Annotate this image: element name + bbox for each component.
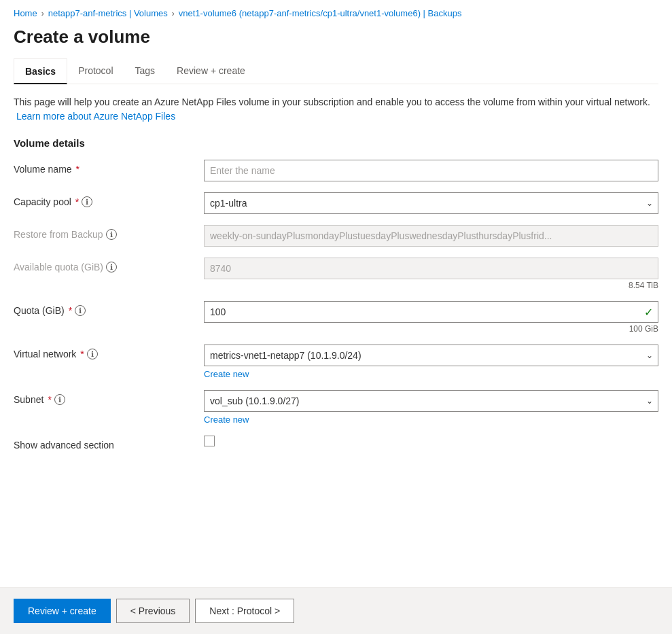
show-advanced-label: Show advanced section — [14, 436, 204, 451]
footer-bar: Review + create < Previous Next : Protoc… — [0, 587, 672, 634]
virtual-network-row: Virtual network * ℹ metrics-vnet1-netapp… — [14, 345, 658, 379]
capacity-pool-select-wrapper: cp1-ultra ⌄ — [204, 192, 658, 214]
quota-input[interactable] — [204, 301, 658, 323]
capacity-pool-row: Capacity pool * ℹ cp1-ultra ⌄ — [14, 192, 658, 214]
subnet-create-new-link[interactable]: Create new — [204, 415, 658, 425]
restore-backup-input — [204, 225, 658, 247]
breadcrumb-sep-2: › — [172, 9, 175, 18]
capacity-pool-select[interactable]: cp1-ultra — [204, 192, 658, 214]
subnet-control: vol_sub (10.1.9.0/27) ⌄ Create new — [204, 390, 658, 425]
restore-backup-control — [204, 225, 658, 247]
previous-button[interactable]: < Previous — [116, 599, 190, 623]
show-advanced-checkbox-wrapper — [204, 436, 658, 446]
restore-backup-info-icon[interactable]: ℹ — [106, 229, 117, 240]
available-quota-row: Available quota (GiB) ℹ 8.54 TiB — [14, 258, 658, 290]
tab-review-create[interactable]: Review + create — [166, 58, 256, 84]
volume-name-control — [204, 160, 658, 181]
review-create-button[interactable]: Review + create — [14, 599, 111, 623]
description-text: This page will help you create an Azure … — [14, 96, 650, 107]
show-advanced-checkbox[interactable] — [204, 436, 215, 446]
learn-more-link[interactable]: Learn more about Azure NetApp Files — [16, 111, 175, 122]
volume-name-required: * — [76, 164, 79, 175]
show-advanced-row: Show advanced section — [14, 436, 658, 451]
quota-label: Quota (GiB) * ℹ — [14, 301, 204, 316]
breadcrumb-volumes[interactable]: netapp7-anf-metrics | Volumes — [48, 8, 168, 18]
virtual-network-info-icon[interactable]: ℹ — [87, 349, 98, 359]
volume-name-label: Volume name * — [14, 160, 204, 175]
tab-bar: Basics Protocol Tags Review + create — [14, 58, 658, 84]
page-title: Create a volume — [0, 24, 672, 58]
capacity-pool-control: cp1-ultra ⌄ — [204, 192, 658, 214]
tab-basics[interactable]: Basics — [14, 58, 67, 84]
breadcrumb-backups[interactable]: vnet1-volume6 (netapp7-anf-metrics/cp1-u… — [179, 8, 462, 18]
quota-input-wrapper: ✓ — [204, 301, 658, 323]
show-advanced-control — [204, 436, 658, 446]
volume-details-section-title: Volume details — [14, 137, 658, 149]
main-content: Basics Protocol Tags Review + create Thi… — [0, 58, 672, 587]
volume-name-input[interactable] — [204, 160, 658, 181]
capacity-pool-required: * — [75, 196, 79, 207]
tab-tags[interactable]: Tags — [124, 58, 166, 84]
subnet-info-icon[interactable]: ℹ — [54, 394, 65, 405]
subnet-select[interactable]: vol_sub (10.1.9.0/27) — [204, 390, 658, 412]
virtual-network-select[interactable]: metrics-vnet1-netapp7 (10.1.9.0/24) — [204, 345, 658, 366]
subnet-label: Subnet * ℹ — [14, 390, 204, 405]
volume-name-row: Volume name * — [14, 160, 658, 181]
quota-control: ✓ 100 GiB — [204, 301, 658, 334]
subnet-select-wrapper: vol_sub (10.1.9.0/27) ⌄ — [204, 390, 658, 412]
available-quota-sub-note: 8.54 TiB — [204, 281, 658, 290]
virtual-network-label: Virtual network * ℹ — [14, 345, 204, 359]
page-description: This page will help you create an Azure … — [14, 95, 658, 124]
quota-row: Quota (GiB) * ℹ ✓ 100 GiB — [14, 301, 658, 334]
quota-info-icon[interactable]: ℹ — [75, 305, 86, 316]
quota-sub-note: 100 GiB — [204, 324, 658, 334]
create-volume-form: Volume name * Capacity pool * ℹ cp1 — [14, 160, 658, 451]
restore-backup-label: Restore from Backup ℹ — [14, 225, 204, 240]
virtual-network-select-wrapper: metrics-vnet1-netapp7 (10.1.9.0/24) ⌄ — [204, 345, 658, 366]
subnet-row: Subnet * ℹ vol_sub (10.1.9.0/27) ⌄ Creat… — [14, 390, 658, 425]
virtual-network-required: * — [80, 349, 84, 359]
breadcrumb-sep-1: › — [41, 9, 44, 18]
restore-backup-row: Restore from Backup ℹ — [14, 225, 658, 247]
virtual-network-create-new-link[interactable]: Create new — [204, 369, 658, 379]
breadcrumb: Home › netapp7-anf-metrics | Volumes › v… — [0, 0, 672, 24]
subnet-required: * — [48, 394, 51, 405]
available-quota-info-icon[interactable]: ℹ — [106, 262, 117, 272]
capacity-pool-label: Capacity pool * ℹ — [14, 192, 204, 207]
capacity-pool-info-icon[interactable]: ℹ — [82, 196, 92, 207]
available-quota-label: Available quota (GiB) ℹ — [14, 258, 204, 272]
quota-required: * — [69, 305, 72, 316]
tab-protocol[interactable]: Protocol — [67, 58, 124, 84]
next-protocol-button[interactable]: Next : Protocol > — [195, 599, 294, 623]
available-quota-control: 8.54 TiB — [204, 258, 658, 290]
available-quota-input — [204, 258, 658, 279]
breadcrumb-home[interactable]: Home — [14, 8, 37, 18]
quota-check-icon: ✓ — [644, 306, 653, 319]
virtual-network-control: metrics-vnet1-netapp7 (10.1.9.0/24) ⌄ Cr… — [204, 345, 658, 379]
page-wrapper: Home › netapp7-anf-metrics | Volumes › v… — [0, 0, 672, 634]
